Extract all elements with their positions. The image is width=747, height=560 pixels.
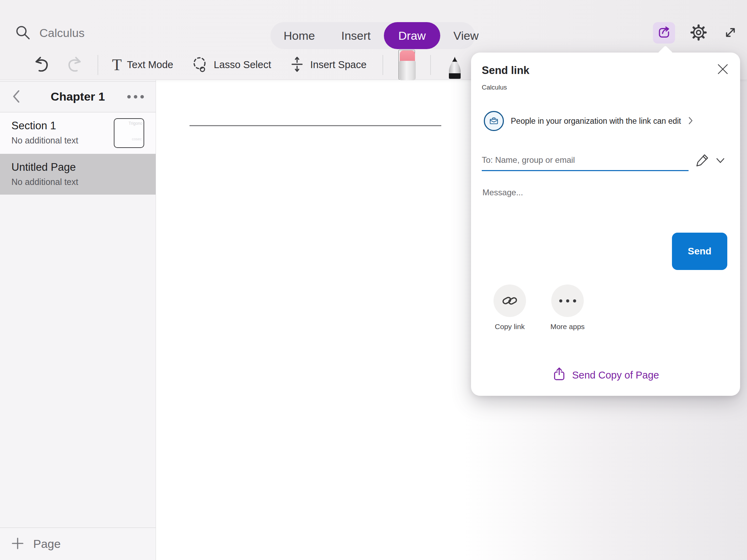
sidebar-header: Chapter 1 xyxy=(0,81,156,112)
page-row-section-1[interactable]: Section 1 No additional text Trigono cos… xyxy=(0,112,156,154)
lasso-select-label: Lasso Select xyxy=(214,59,271,71)
ribbon-divider xyxy=(98,55,98,75)
send-link-dialog: Send link Calculus People in your organi… xyxy=(471,53,740,396)
redo-icon xyxy=(65,55,83,74)
chevron-right-icon xyxy=(688,116,693,127)
black-pen-icon xyxy=(446,56,463,80)
insert-space-button[interactable]: Insert Space xyxy=(289,56,367,73)
chevron-down-icon xyxy=(715,160,726,166)
send-copy-label: Send Copy of Page xyxy=(572,370,659,381)
text-mode-icon: T xyxy=(112,57,122,73)
close-button[interactable] xyxy=(714,61,731,78)
dialog-subtitle: Calculus xyxy=(482,84,507,91)
more-apps-label: More apps xyxy=(550,323,584,331)
tab-view[interactable]: View xyxy=(440,22,492,49)
close-icon xyxy=(717,71,729,76)
pencil-icon xyxy=(695,163,709,168)
page-thumbnail: Trigono cosec xyxy=(114,118,144,148)
permission-text: People in your organization with the lin… xyxy=(511,116,681,126)
tab-home[interactable]: Home xyxy=(270,22,328,49)
insert-space-icon xyxy=(289,56,305,73)
more-apps-button[interactable]: More apps xyxy=(551,284,584,331)
expand-icon xyxy=(722,24,739,42)
page-row-untitled-page[interactable]: Untitled Page No additional text xyxy=(0,154,156,195)
send-button[interactable]: Send xyxy=(672,233,727,270)
ribbon-divider xyxy=(382,55,383,75)
redo-button[interactable] xyxy=(65,55,83,74)
tab-draw[interactable]: Draw xyxy=(384,22,440,49)
ellipsis-icon xyxy=(127,95,144,99)
share-icon xyxy=(657,25,671,41)
dialog-title: Send link xyxy=(482,64,529,77)
notebook-title: Calculus xyxy=(39,26,84,40)
search-icon xyxy=(15,24,31,42)
page-title: Untitled Page xyxy=(11,154,156,174)
more-apps-icon xyxy=(551,284,584,317)
recipient-dropdown-button[interactable] xyxy=(713,155,728,167)
lasso-icon xyxy=(191,56,209,74)
undo-button[interactable] xyxy=(33,55,51,74)
notebook-search[interactable]: Calculus xyxy=(12,21,86,45)
top-actions xyxy=(653,22,739,44)
organization-icon xyxy=(484,111,504,131)
add-page-button[interactable]: Page xyxy=(0,528,156,560)
ink-stroke xyxy=(190,125,441,126)
page-subtitle: No additional text xyxy=(11,174,156,187)
gear-icon xyxy=(690,24,708,43)
share-up-icon xyxy=(552,367,566,384)
undo-icon xyxy=(33,55,51,74)
black-pen-tool[interactable] xyxy=(446,56,463,80)
lasso-select-button[interactable]: Lasso Select xyxy=(191,56,271,74)
copy-link-icon xyxy=(494,284,526,317)
send-copy-of-page-button[interactable]: Send Copy of Page xyxy=(471,366,740,384)
section-more-button[interactable] xyxy=(125,88,146,106)
eraser-tool[interactable] xyxy=(398,50,415,80)
page-sidebar: Chapter 1 Section 1 No additional text T… xyxy=(0,80,156,560)
message-input[interactable] xyxy=(482,185,704,200)
share-button[interactable] xyxy=(653,22,675,44)
tab-insert[interactable]: Insert xyxy=(328,22,384,49)
link-permission-button[interactable]: People in your organization with the lin… xyxy=(482,111,695,131)
edit-permissions-button[interactable] xyxy=(693,152,710,169)
expand-button[interactable] xyxy=(722,24,739,42)
ribbon-tabs: Home Insert Draw View xyxy=(270,22,475,49)
insert-space-label: Insert Space xyxy=(310,59,367,71)
settings-button[interactable] xyxy=(690,24,708,43)
add-page-label: Page xyxy=(33,537,61,551)
text-mode-label: Text Mode xyxy=(127,59,173,71)
to-recipient-input[interactable] xyxy=(482,152,689,171)
ribbon-divider xyxy=(430,55,431,75)
copy-link-label: Copy link xyxy=(495,323,525,331)
copy-link-button[interactable]: Copy link xyxy=(494,284,526,331)
draw-ribbon: T Text Mode Lasso Select xyxy=(0,50,477,80)
page-list: Section 1 No additional text Trigono cos… xyxy=(0,112,156,195)
text-mode-button[interactable]: T Text Mode xyxy=(112,57,173,73)
plus-icon xyxy=(11,537,24,551)
